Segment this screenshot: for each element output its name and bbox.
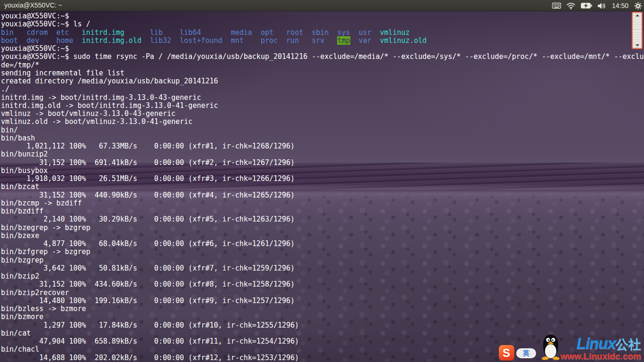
- desktop-screen: youxia@X550VC: ~: [0, 0, 644, 362]
- battery-charging-icon[interactable]: [581, 0, 592, 11]
- top-panel: youxia@X550VC: ~: [0, 0, 644, 11]
- session-gear-icon[interactable]: [634, 0, 642, 11]
- terminal-line: 31,152 100% 434.60kB/s 0:00:00 (xfr#8, i…: [1, 280, 644, 288]
- scrollbar-down-arrow-icon[interactable]: [633, 44, 642, 47]
- terminal-line: initrd.img -> boot/initrd.img-3.13.0-43-…: [1, 94, 644, 102]
- language-badge: 英: [516, 348, 536, 358]
- wifi-icon[interactable]: [566, 0, 576, 11]
- terminal-line: 1,021,112 100% 67.33MB/s 0:00:00 (xfr#1,…: [1, 142, 644, 150]
- brand-cjk: 公社: [616, 337, 641, 352]
- terminal-line: 31,152 100% 440.90kB/s 0:00:00 (xfr#4, i…: [1, 191, 644, 199]
- terminal-line: bin/bzgrep: [1, 256, 644, 264]
- terminal-line: bin/bunzip2: [1, 150, 644, 158]
- terminal-line: bin/bzcat: [1, 183, 644, 191]
- terminal-line: ./: [1, 85, 644, 93]
- terminal-window[interactable]: youxia@X550VC:~$youxia@X550VC:~$ ls /bin…: [0, 11, 644, 362]
- terminal-line: bin/bzfgrep -> bzgrep: [1, 248, 644, 256]
- terminal-line: 14,480 100% 199.16kB/s 0:00:00 (xfr#9, i…: [1, 297, 644, 305]
- terminal-line: youxia@X550VC:~$: [1, 12, 644, 20]
- terminal-line: 1,297 100% 17.84kB/s 0:00:00 (xfr#10, ir…: [1, 321, 644, 329]
- terminal-line: 1,918,032 100% 26.51MB/s 0:00:00 (xfr#3,…: [1, 175, 644, 183]
- keyboard-icon[interactable]: [552, 0, 561, 11]
- terminal-line: 2,140 100% 30.29kB/s 0:00:00 (xfr#5, ir-…: [1, 215, 644, 223]
- terminal-line: de=/tmp/*: [1, 61, 644, 69]
- terminal-line: bin/bash: [1, 134, 644, 142]
- terminal-line: created directory /media/youxia/usb/back…: [1, 77, 644, 85]
- terminal-line: bin/bzcmp -> bzdiff: [1, 199, 644, 207]
- scrollbar-up-arrow-icon[interactable]: [633, 14, 642, 16]
- system-tray: 14:50: [552, 0, 642, 11]
- terminal-line: bin/bzegrep -> bzgrep: [1, 224, 644, 232]
- terminal-line: bin/bzip2recover: [1, 289, 644, 297]
- terminal-line: 31,152 100% 691.41kB/s 0:00:00 (xfr#2, i…: [1, 159, 644, 167]
- terminal-line: youxia@X550VC:~$: [1, 45, 644, 53]
- terminal-line: 4,877 100% 68.04kB/s 0:00:00 (xfr#6, ir-…: [1, 240, 644, 248]
- brand-title: Linux公社: [577, 337, 641, 352]
- terminal-line: sending incremental file list: [1, 69, 644, 77]
- terminal-line: vmlinuz -> boot/vmlinuz-3.13.0-43-generi…: [1, 110, 644, 118]
- s-logo-badge: S: [499, 345, 514, 361]
- terminal-line: bin/: [1, 126, 644, 134]
- terminal-line: bin cdrom etc initrd.img lib lib64 media…: [1, 29, 644, 37]
- scrollbar-divider[interactable]: [633, 30, 642, 31]
- terminal-line: bin/bzexe: [1, 232, 644, 240]
- tux-penguin-icon: [539, 334, 562, 362]
- terminal-line: boot dev home initrd.img.old lib32 lost+…: [1, 37, 644, 45]
- terminal-line: vmlinuz.old -> boot/vmlinuz-3.13.0-41-ge…: [1, 118, 644, 126]
- terminal-line: bin/bzmore: [1, 313, 644, 321]
- terminal-line: bin/bzip2: [1, 272, 644, 280]
- watermark-url: www.Linuxidc.com: [561, 352, 641, 361]
- terminal-line: 3,642 100% 50.81kB/s 0:00:00 (xfr#7, ir-…: [1, 264, 644, 272]
- scrollbar-thumb[interactable]: [632, 12, 643, 49]
- terminal-output: youxia@X550VC:~$youxia@X550VC:~$ ls /bin…: [1, 12, 644, 362]
- terminal-line: bin/bzdiff: [1, 207, 644, 215]
- linuxidc-watermark: S 英 Linux公社 www.Linuxidc.com: [499, 334, 641, 361]
- brand-latin: Linux: [577, 335, 616, 352]
- terminal-line: youxia@X550VC:~$ sudo time rsync -Pa / /…: [1, 53, 644, 61]
- watermark-text: Linux公社 www.Linuxidc.com: [561, 337, 641, 361]
- terminal-line: bin/bzless -> bzmore: [1, 305, 644, 313]
- terminal-line: bin/busybox: [1, 167, 644, 175]
- volume-icon[interactable]: [597, 0, 606, 11]
- terminal-line: youxia@X550VC:~$ ls /: [1, 20, 644, 28]
- terminal-line: initrd.img.old -> boot/initrd.img-3.13.0…: [1, 102, 644, 110]
- window-title: youxia@X550VC: ~: [4, 1, 62, 9]
- clock[interactable]: 14:50: [611, 2, 629, 9]
